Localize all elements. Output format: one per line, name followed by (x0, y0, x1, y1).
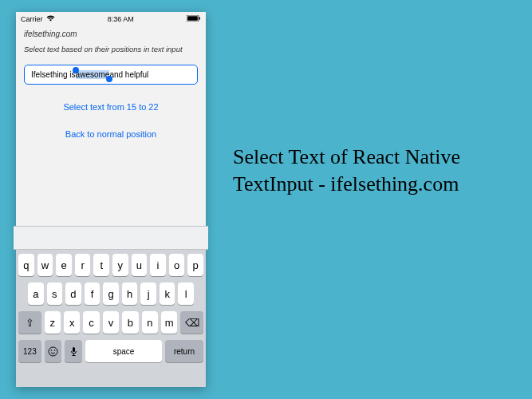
svg-rect-1 (187, 16, 198, 21)
key-n[interactable]: n (142, 311, 158, 334)
key-b[interactable]: b (122, 311, 138, 334)
wifi-icon (46, 15, 55, 23)
key-v[interactable]: v (103, 311, 119, 334)
svg-rect-6 (73, 347, 75, 352)
text-input[interactable]: Ifelsething is awesome and helpful (24, 65, 198, 85)
key-s[interactable]: s (47, 282, 63, 305)
phone-frame: Carrier 8:36 AM ifelsething.com Select t… (16, 12, 206, 387)
mic-icon (70, 346, 77, 357)
key-i[interactable]: i (150, 254, 166, 276)
text-after-selection: and helpful (109, 70, 148, 79)
keyboard-accessory-bar (14, 226, 208, 250)
key-space[interactable]: space (85, 340, 162, 362)
key-mic[interactable] (65, 340, 82, 362)
svg-point-3 (49, 347, 57, 356)
svg-rect-2 (199, 18, 200, 20)
keyboard-row-3: ⇧ z x c v b n m ⌫ (18, 311, 203, 334)
key-numbers[interactable]: 123 (18, 340, 41, 362)
key-p[interactable]: p (187, 254, 203, 276)
keyboard-row-2: a s d f g h j k l (18, 282, 203, 305)
key-k[interactable]: k (160, 282, 175, 305)
key-h[interactable]: h (122, 282, 138, 305)
carrier-label: Carrier (21, 15, 43, 23)
selected-text: awesome (76, 70, 110, 79)
key-r[interactable]: r (75, 254, 91, 276)
key-l[interactable]: l (178, 282, 194, 305)
app-content: ifelsething.com Select text based on the… (16, 26, 206, 230)
key-e[interactable]: e (56, 254, 72, 276)
key-g[interactable]: g (103, 282, 119, 305)
selection-handle-start[interactable] (73, 67, 79, 73)
key-w[interactable]: w (37, 254, 53, 276)
site-label: ifelsething.com (24, 30, 198, 38)
key-emoji[interactable] (45, 340, 62, 362)
keyboard: q w e r t y u i o p a s d f g h j k l ⇧ … (16, 250, 206, 387)
key-f[interactable]: f (85, 282, 100, 305)
key-u[interactable]: u (132, 254, 148, 276)
keyboard-row-4: 123 space return (18, 340, 203, 362)
key-a[interactable]: a (28, 282, 44, 305)
key-backspace[interactable]: ⌫ (180, 311, 203, 334)
key-t[interactable]: t (93, 254, 109, 276)
svg-point-4 (51, 350, 53, 351)
key-q[interactable]: q (18, 254, 34, 276)
reset-position-button[interactable]: Back to normal position (24, 129, 198, 139)
emoji-icon (48, 346, 58, 357)
key-d[interactable]: d (65, 282, 81, 305)
key-o[interactable]: o (169, 254, 185, 276)
clock: 8:36 AM (108, 15, 134, 23)
key-c[interactable]: c (83, 311, 99, 334)
status-bar: Carrier 8:36 AM (16, 12, 206, 26)
selection-handle-end[interactable] (106, 76, 112, 82)
select-range-button[interactable]: Select text from 15 to 22 (24, 102, 198, 112)
page-title: Select Text of React Native TextInput - … (233, 144, 504, 198)
key-m[interactable]: m (161, 311, 177, 334)
svg-point-5 (54, 350, 56, 351)
key-y[interactable]: y (112, 254, 128, 276)
keyboard-row-1: q w e r t y u i o p (18, 254, 203, 276)
key-j[interactable]: j (140, 282, 156, 305)
battery-icon (187, 15, 201, 23)
key-return[interactable]: return (165, 340, 203, 362)
key-z[interactable]: z (45, 311, 61, 334)
instruction-text: Select text based on their positions in … (24, 45, 198, 53)
text-before-selection: Ifelsething is (31, 70, 76, 79)
key-shift[interactable]: ⇧ (18, 311, 41, 334)
key-x[interactable]: x (64, 311, 80, 334)
